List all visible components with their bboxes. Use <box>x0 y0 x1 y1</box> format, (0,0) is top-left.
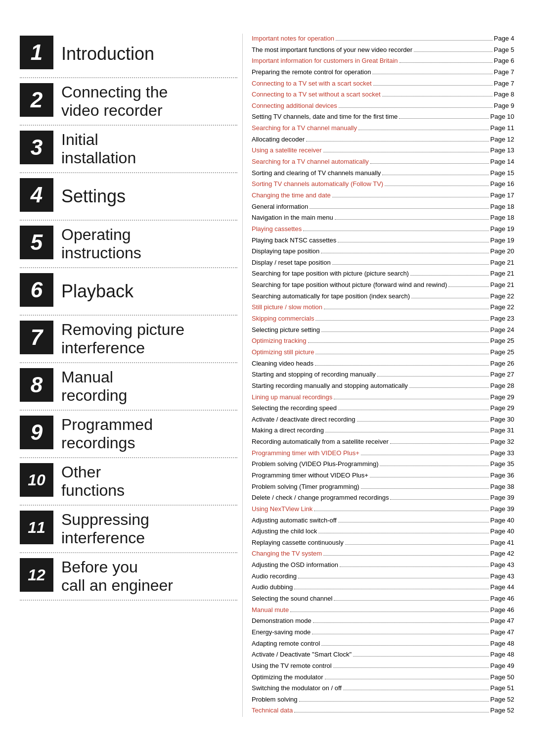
toc-label-42: Delete / check / change programmed recor… <box>252 493 389 503</box>
toc-page-55: Page 48 <box>490 639 514 649</box>
toc-entry-52: Manual mutePage 46 <box>252 605 514 615</box>
toc-entry-14: Sorting TV channels automatically (Follo… <box>252 179 514 189</box>
chapter-number-box-7: 7 <box>20 321 53 354</box>
toc-label-18: Playing cassettes <box>252 224 302 234</box>
toc-dots-21 <box>332 264 489 265</box>
toc-entry-45: Adjusting the child lockPage 40 <box>252 526 514 536</box>
toc-page-24: Page 22 <box>490 291 514 301</box>
toc-dots-55 <box>321 645 489 646</box>
chapter-title-9: Programmedrecordings <box>61 416 237 452</box>
toc-page-36: Page 31 <box>490 425 514 435</box>
toc-label-13: Sorting and clearing of TV channels manu… <box>252 168 381 178</box>
toc-dots-58 <box>325 679 489 679</box>
toc-dots-5 <box>373 85 492 86</box>
toc-dots-9 <box>358 130 489 130</box>
toc-entry-23: Searching for tape position without pict… <box>252 280 514 290</box>
toc-dots-27 <box>321 331 489 332</box>
toc-page-20: Page 20 <box>490 246 514 256</box>
toc-entry-13: Sorting and clearing of TV channels manu… <box>252 168 514 178</box>
chapter-title-3: Initialinstallation <box>61 131 237 167</box>
toc-label-57: Using the TV remote control <box>252 661 332 671</box>
chapter-num-1: 1 <box>31 42 43 63</box>
toc-entry-17: Navigation in the main menuPage 18 <box>252 213 514 223</box>
toc-entry-55: Adapting remote controlPage 48 <box>252 639 514 649</box>
toc-dots-45 <box>318 533 489 533</box>
toc-dots-43 <box>314 511 489 511</box>
toc-page-56: Page 48 <box>490 650 514 660</box>
toc-label-46: Replaying cassette continuously <box>252 538 344 548</box>
toc-page-28: Page 25 <box>490 336 514 346</box>
toc-entry-5: Connecting to a TV set with a scart sock… <box>252 79 514 89</box>
toc-page-26: Page 23 <box>490 314 514 324</box>
toc-label-28: Optimizing tracking <box>252 336 307 346</box>
toc-entry-44: Adjusting automatic switch-offPage 40 <box>252 516 514 525</box>
toc-dots-25 <box>324 309 489 309</box>
toc-page-52: Page 46 <box>490 605 514 615</box>
toc-dots-61 <box>294 712 489 712</box>
toc-page-19: Page 19 <box>490 236 514 245</box>
toc-label-8: Setting TV channels, date and time for t… <box>252 112 398 122</box>
toc-entry-38: Programming timer with VIDEO Plus+Page 3… <box>252 448 514 458</box>
toc-label-33: Lining up manual recordings <box>252 392 332 402</box>
toc-page-45: Page 40 <box>490 526 514 536</box>
toc-entry-12: Searching for a TV channel automatically… <box>252 157 514 167</box>
toc-dots-23 <box>448 286 489 287</box>
toc-label-27: Selecting picture setting <box>252 325 320 335</box>
toc-entry-24: Searching automatically for tape positio… <box>252 291 514 301</box>
toc-entry-28: Optimizing trackingPage 25 <box>252 336 514 346</box>
toc-dots-13 <box>382 175 489 175</box>
chapter-item-9: 9Programmedrecordings <box>20 414 237 458</box>
chapter-label-2: Connecting thevideo recorder <box>61 81 237 122</box>
toc-entry-40: Programming timer without VIDEO Plus+Pag… <box>252 471 514 480</box>
chapter-num-10: 10 <box>28 472 45 488</box>
toc-page-17: Page 18 <box>490 213 514 223</box>
toc-label-14: Sorting TV channels automatically (Follo… <box>252 179 383 189</box>
toc-label-40: Programming timer without VIDEO Plus+ <box>252 471 368 480</box>
toc-label-20: Displaying tape position <box>252 246 319 256</box>
toc-dots-34 <box>338 410 489 410</box>
toc-dots-39 <box>380 466 489 466</box>
chapter-label-10: Otherfunctions <box>61 461 237 502</box>
toc-entry-43: Using NexTView LinkPage 39 <box>252 504 514 514</box>
toc-dots-52 <box>290 612 489 612</box>
toc-entry-7: Connecting additional devicesPage 9 <box>252 101 514 111</box>
toc-entry-37: Recording automatically from a satellite… <box>252 437 514 447</box>
toc-page-5: Page 7 <box>494 79 514 89</box>
toc-label-12: Searching for a TV channel automatically <box>252 157 369 167</box>
toc-entry-51: Selecting the sound channelPage 46 <box>252 594 514 604</box>
toc-dots-56 <box>353 656 489 657</box>
chapter-number-box-3: 3 <box>20 131 53 164</box>
toc-dots-53 <box>313 622 489 623</box>
toc-dots-20 <box>321 253 489 253</box>
toc-label-35: Activate / deactivate direct recording <box>252 415 356 425</box>
toc-page-42: Page 39 <box>490 493 514 503</box>
toc-entry-54: Energy-saving modePage 47 <box>252 627 514 637</box>
chapter-label-12: Before youcall an engineer <box>61 556 237 597</box>
toc-page-3: Page 6 <box>494 56 514 66</box>
toc-label-39: Problem solving (VIDEO Plus-Programming) <box>252 459 378 469</box>
toc-label-38: Programming timer with VIDEO Plus+ <box>252 448 359 458</box>
toc-dots-49 <box>298 578 489 578</box>
chapter-title-2: Connecting thevideo recorder <box>61 83 237 120</box>
toc-dots-44 <box>338 522 489 522</box>
toc-entry-16: General informationPage 18 <box>252 202 514 212</box>
toc-label-47: Changing the TV system <box>252 549 322 559</box>
toc-page-43: Page 39 <box>490 504 514 514</box>
toc-entry-56: Activate / Deactivate "Smart Clock"Page … <box>252 650 514 660</box>
toc-label-36: Making a direct recording <box>252 425 324 435</box>
toc-label-19: Playing back NTSC cassettes <box>252 236 336 245</box>
toc-label-7: Connecting additional devices <box>252 101 337 111</box>
toc-dots-16 <box>310 208 489 209</box>
toc-dots-1 <box>336 40 492 41</box>
toc-page-25: Page 22 <box>490 302 514 312</box>
toc-page-16: Page 18 <box>490 202 514 212</box>
toc-dots-54 <box>312 634 489 634</box>
toc-label-48: Adjusting the OSD information <box>252 560 338 570</box>
toc-dots-24 <box>411 298 489 298</box>
toc-dots-42 <box>390 499 489 500</box>
toc-dots-57 <box>333 667 489 668</box>
chapter-item-11: 11Suppressinginterference <box>20 509 237 553</box>
toc-label-17: Navigation in the main menu <box>252 213 333 223</box>
chapter-label-5: Operatinginstructions <box>61 224 237 264</box>
chapter-item-7: 7Removing pictureinterference <box>20 319 237 363</box>
